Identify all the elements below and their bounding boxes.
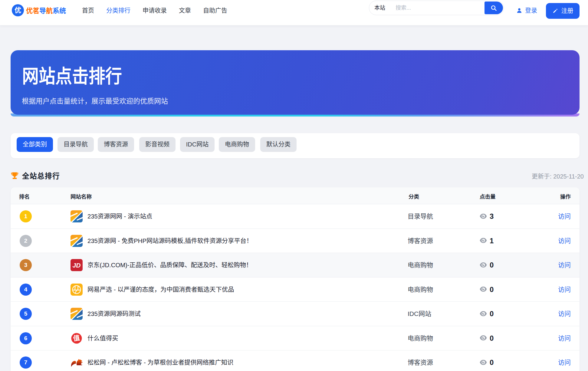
svg-text:值: 值	[73, 334, 80, 342]
svg-text:JD: JD	[73, 262, 81, 269]
